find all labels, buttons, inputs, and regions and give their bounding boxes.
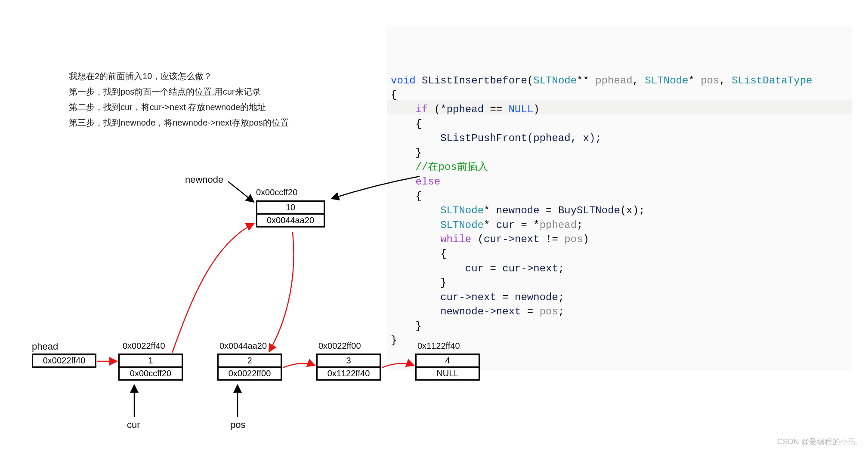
n4-box: 4 NULL: [415, 354, 480, 381]
explanation-text: 我想在2的前面插入10，应该怎么做？ 第一步，找到pos前面一个结点的位置,用c…: [69, 69, 289, 131]
n2-next: 0x0022ff00: [219, 368, 281, 379]
n3-addr: 0x0022ff00: [318, 341, 361, 351]
explain-s3: 第三步，找到newnode，将newnode->next存放pos的位置: [69, 115, 289, 130]
cur-label: cur: [127, 419, 140, 430]
n4-data: 4: [417, 355, 479, 368]
arrow-n1-to-newnode: [172, 224, 254, 353]
code-block: void SListInsertbefore(SLTNode** pphead,…: [391, 74, 849, 348]
n3-data: 3: [318, 355, 380, 368]
n2-addr: 0x0044aa20: [219, 341, 267, 351]
n1-data: 1: [120, 355, 182, 368]
newnode-label: newnode: [185, 174, 223, 185]
n3-next: 0x1122ff40: [318, 368, 380, 379]
pos-label: pos: [230, 419, 245, 430]
explain-s2: 第二步，找到cur，将cur->next 存放newnode的地址: [69, 100, 289, 114]
explain-s1: 第一步，找到pos前面一个结点的位置,用cur来记录: [69, 84, 289, 99]
code-pane: void SListInsertbefore(SLTNode** pphead,…: [387, 26, 852, 371]
n1-box: 1 0x00ccff20: [118, 354, 183, 381]
arrow-newnode-to-n2: [269, 232, 294, 352]
phead-value: 0x0022ff40: [33, 355, 95, 366]
watermark: CSDN @爱编程的小马.: [777, 437, 858, 447]
n4-next: NULL: [417, 368, 479, 379]
arrow-newnode-label: [228, 181, 254, 202]
n3-box: 3 0x1122ff40: [316, 354, 381, 381]
n2-box: 2 0x0022ff00: [217, 354, 282, 381]
newnode-data: 10: [257, 202, 324, 215]
newnode-box: 10 0x0044aa20: [256, 200, 325, 228]
arrow-n2-n3: [283, 363, 315, 368]
n2-data: 2: [219, 355, 281, 368]
phead-box: 0x0022ff40: [32, 354, 96, 368]
n1-next: 0x00ccff20: [120, 368, 182, 379]
newnode-addr: 0x00ccff20: [256, 188, 297, 197]
phead-label: phead: [32, 341, 58, 352]
newnode-next: 0x0044aa20: [257, 215, 324, 226]
explain-q: 我想在2的前面插入10，应该怎么做？: [69, 69, 289, 83]
n1-addr: 0x0022ff40: [123, 341, 165, 351]
